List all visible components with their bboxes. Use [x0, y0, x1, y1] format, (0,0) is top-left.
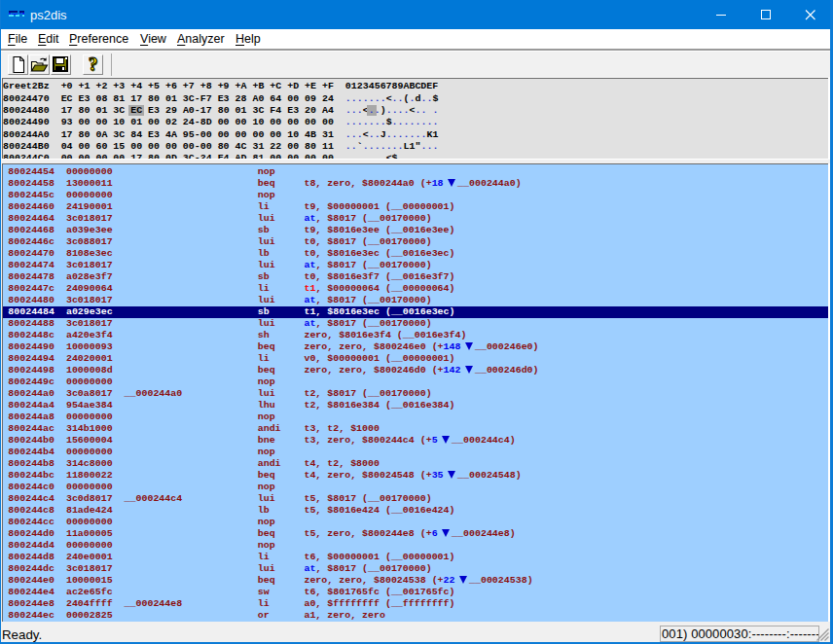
svg-text:?: ?: [88, 55, 97, 74]
